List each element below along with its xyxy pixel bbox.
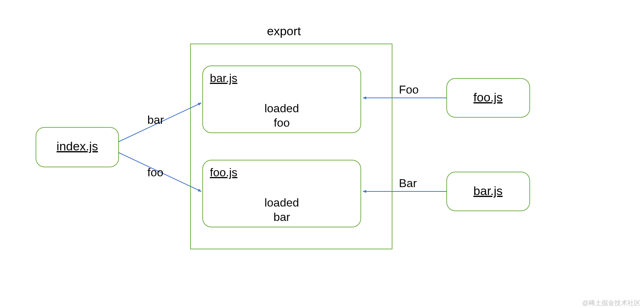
svg-text:foo.js: foo.js bbox=[473, 90, 502, 104]
bar-arrow-label: bar bbox=[147, 113, 164, 126]
svg-text:bar.js: bar.js bbox=[210, 72, 237, 85]
watermark: @稀土掘金技术社区 bbox=[582, 299, 640, 307]
svg-text:Bar: Bar bbox=[399, 177, 417, 190]
foo-js-loaded: loaded bbox=[264, 196, 299, 209]
right-foo-label: foo.js bbox=[473, 90, 502, 104]
svg-text:bar.js: bar.js bbox=[473, 184, 502, 198]
svg-text:loaded: loaded bbox=[264, 196, 299, 209]
svg-text:foo: foo bbox=[147, 166, 163, 179]
bar-js-title: bar.js bbox=[210, 72, 237, 85]
foo-js-value: bar bbox=[273, 210, 290, 223]
svg-text:foo.js: foo.js bbox=[210, 166, 237, 179]
bar-js-value: foo bbox=[274, 116, 290, 129]
svg-text:foo: foo bbox=[274, 116, 290, 129]
svg-text:export: export bbox=[267, 24, 301, 38]
bar-class-arrow-label: Bar bbox=[399, 177, 417, 190]
bar-js-loaded: loaded bbox=[264, 102, 299, 115]
index-box-label: index.js bbox=[56, 139, 98, 153]
foo-class-arrow-label: Foo bbox=[399, 83, 419, 96]
svg-text:bar: bar bbox=[273, 210, 290, 223]
svg-text:loaded: loaded bbox=[264, 102, 299, 115]
svg-text:index.js: index.js bbox=[56, 139, 98, 153]
svg-text:@稀土掘金技术社区: @稀土掘金技术社区 bbox=[582, 299, 640, 307]
right-bar-label: bar.js bbox=[473, 184, 502, 198]
svg-text:Foo: Foo bbox=[399, 83, 419, 96]
svg-text:bar: bar bbox=[147, 113, 164, 126]
export-label: export bbox=[267, 24, 301, 38]
foo-js-title: foo.js bbox=[210, 166, 237, 179]
foo-arrow-label: foo bbox=[147, 166, 163, 179]
